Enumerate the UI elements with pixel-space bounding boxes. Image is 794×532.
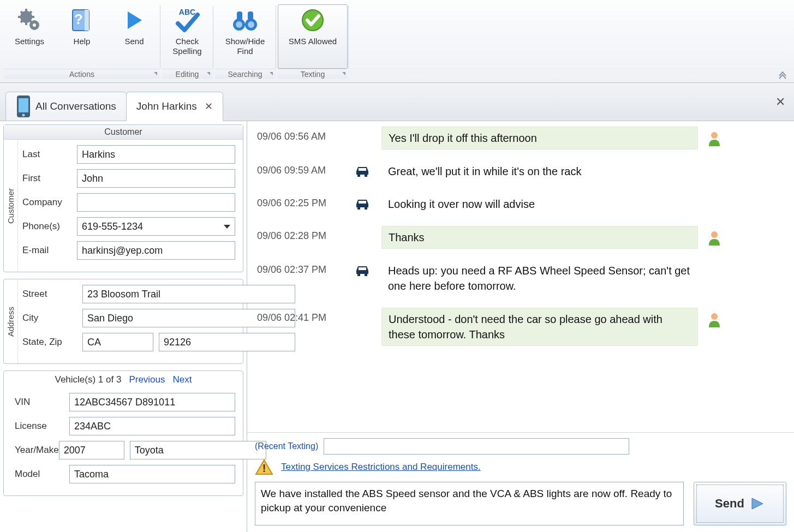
help-icon: ? <box>69 7 94 33</box>
message-text: Heads up: you need a RF ABS Wheel Speed … <box>381 260 698 297</box>
phones-label: Phone(s) <box>22 221 77 232</box>
svg-rect-31 <box>357 207 360 210</box>
model-label: Model <box>15 469 69 480</box>
message-time: 09/06 02:28 PM <box>257 226 344 242</box>
compose-textarea[interactable] <box>255 482 684 525</box>
ribbon-group-actions: Settings ? Help Send Actions <box>3 2 161 79</box>
vehicle-next-link[interactable]: Next <box>173 374 192 385</box>
sms-allowed-button[interactable]: SMS Allowed <box>278 4 348 69</box>
email-input[interactable] <box>77 241 235 260</box>
company-input[interactable] <box>77 193 235 212</box>
shop-car-icon <box>354 260 372 277</box>
svg-rect-30 <box>359 168 366 171</box>
svg-rect-15 <box>237 11 242 20</box>
message-time: 09/06 09:59 AM <box>257 160 344 176</box>
gears-icon <box>17 7 42 33</box>
message-time: 09/06 02:37 PM <box>257 260 344 276</box>
compose-area: (Recent Texting) ! Texting Services Rest… <box>247 432 794 532</box>
abc-check-icon: ABC <box>172 7 202 33</box>
send-play-icon <box>750 496 765 511</box>
last-name-input[interactable] <box>77 145 235 164</box>
main-row: Customer Customer Last First Company Pho… <box>0 121 794 532</box>
shop-car-icon <box>354 160 372 178</box>
svg-rect-32 <box>365 207 367 210</box>
help-label: Help <box>74 37 91 46</box>
message-time: 09/06 02:25 PM <box>257 193 344 209</box>
svg-rect-39 <box>365 274 367 276</box>
phone-icon <box>16 94 31 118</box>
svg-rect-33 <box>359 201 366 204</box>
green-check-icon <box>301 7 325 33</box>
license-input[interactable] <box>69 417 235 435</box>
ribbon-collapse-icon[interactable] <box>778 69 787 79</box>
svg-rect-16 <box>248 11 253 20</box>
message-text: Understood - don't need the car so pleas… <box>381 308 698 346</box>
svg-point-18 <box>248 21 254 28</box>
svg-point-27 <box>711 132 718 139</box>
message-row: 09/06 02:25 PMLooking it over now will a… <box>257 193 781 215</box>
make-input[interactable] <box>130 441 266 459</box>
vehicle-nav-bar: Vehicle(s) 1 of 3 Previous Next <box>4 371 243 388</box>
group-expand-icon[interactable] <box>270 72 273 75</box>
message-row: 09/06 09:59 AMGreat, we'll put it in whi… <box>257 160 781 182</box>
street-label: Street <box>22 289 82 300</box>
restrictions-link[interactable]: Texting Services Restrictions and Requir… <box>281 462 481 473</box>
vehicle-count: Vehicle(s) 1 of 3 <box>55 374 121 385</box>
phones-dropdown[interactable]: 619-555-1234 <box>77 217 235 236</box>
find-label: Show/Hide Find <box>225 37 265 56</box>
warning-icon: ! <box>255 459 273 475</box>
play-icon <box>123 7 145 33</box>
sms-allowed-label: SMS Allowed <box>289 37 337 46</box>
svg-marker-11 <box>128 11 142 29</box>
binoculars-icon <box>231 7 259 33</box>
group-expand-icon[interactable] <box>342 72 345 75</box>
ribbon-group-searching: Show/Hide Find Searching <box>214 2 277 79</box>
svg-rect-28 <box>357 175 360 177</box>
find-button[interactable]: Show/Hide Find <box>215 4 275 69</box>
ribbon-group-title-searching: Searching <box>215 69 275 79</box>
send-ribbon-button[interactable]: Send <box>109 4 159 69</box>
group-expand-icon[interactable] <box>154 72 157 75</box>
close-tab-icon[interactable]: ✕ <box>205 100 213 112</box>
message-time: 09/06 09:56 AM <box>257 127 344 142</box>
send-button-label: Send <box>715 497 744 511</box>
vin-label: VIN <box>15 397 69 408</box>
spellcheck-button[interactable]: ABC Check Spelling <box>162 4 212 69</box>
vin-input[interactable] <box>69 393 235 411</box>
message-list[interactable]: 09/06 09:56 AMYes I'll drop it off this … <box>247 121 794 432</box>
tab-customer[interactable]: John Harkins ✕ <box>126 92 223 121</box>
send-ribbon-label: Send <box>124 37 144 46</box>
svg-point-3 <box>33 23 36 27</box>
svg-text:?: ? <box>74 11 83 27</box>
year-input[interactable] <box>59 441 124 459</box>
first-name-input[interactable] <box>77 169 235 188</box>
group-expand-icon[interactable] <box>207 72 210 75</box>
state-input[interactable] <box>82 333 153 351</box>
customer-avatar-icon <box>708 193 723 198</box>
recent-texting-input[interactable] <box>324 438 629 455</box>
tab-customer-name: John Harkins <box>136 100 197 112</box>
customer-avatar-icon <box>708 127 723 146</box>
svg-rect-38 <box>357 274 360 276</box>
svg-marker-47 <box>752 498 763 509</box>
ribbon-group-title-texting: Texting <box>278 69 348 79</box>
panel-close-icon[interactable]: ✕ <box>775 95 785 109</box>
recent-texting-label: (Recent Texting) <box>255 441 318 451</box>
help-button[interactable]: ? Help <box>57 4 107 69</box>
send-button[interactable]: Send <box>694 482 786 525</box>
statezip-label: State, Zip <box>22 337 82 348</box>
model-input[interactable] <box>69 465 235 483</box>
svg-text:ABC: ABC <box>179 8 195 16</box>
customer-avatar-icon <box>708 160 723 165</box>
group-title-text: Searching <box>228 70 262 79</box>
svg-text:!: ! <box>262 462 266 474</box>
message-time: 09/06 02:41 PM <box>257 308 344 324</box>
side-label-address: Address <box>4 279 18 363</box>
ribbon-group-editing: ABC Check Spelling Editing <box>161 2 214 79</box>
ribbon-group-title-editing: Editing <box>162 69 212 79</box>
vehicle-prev-link[interactable]: Previous <box>129 374 165 385</box>
settings-button[interactable]: Settings <box>4 4 55 69</box>
conversation-column: 09/06 09:56 AMYes I'll drop it off this … <box>247 121 794 532</box>
tab-all-conversations[interactable]: All Conversations <box>5 92 127 121</box>
ribbon: Settings ? Help Send Actions <box>0 0 794 83</box>
